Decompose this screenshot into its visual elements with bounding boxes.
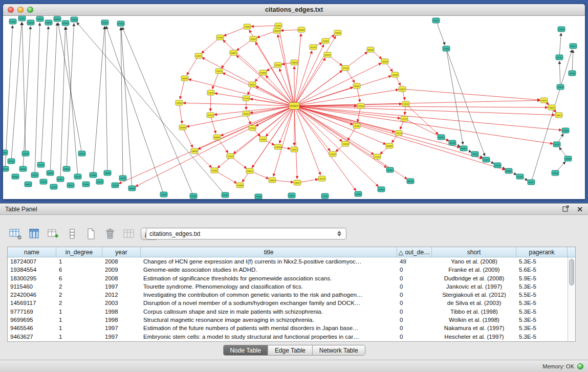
tab-node-table[interactable]: Node Table [223,345,268,355]
citation-edge-black[interactable] [67,24,74,169]
graph-node[interactable]: 17257342 [31,172,38,178]
citation-edge-red[interactable] [294,58,325,106]
citation-edge-red[interactable] [294,106,320,175]
graph-node[interactable]: 9463627 [460,146,467,151]
graph-node[interactable]: 10891045 [273,28,280,33]
graph-node[interactable]: 9463627 [399,86,406,92]
citation-edge-red[interactable] [402,89,540,100]
graph-node[interactable]: 10974893 [274,62,281,68]
graph-node[interactable]: 9699695 [47,170,54,176]
table-row[interactable]: 946554611997Estimation of the future num… [8,324,575,332]
graph-node[interactable]: 11431234 [37,162,45,167]
graph-node[interactable]: 15534641 [288,193,295,198]
graph-node[interactable]: 17999354 [557,84,564,90]
citation-edge-black[interactable] [11,23,21,161]
graph-node[interactable]: 19384554 [119,176,126,181]
graph-node[interactable]: 9115460 [562,128,569,133]
table-row[interactable]: 1830029562008Estimation of significance … [8,274,575,282]
graph-node[interactable]: 8852068 [12,174,19,179]
citation-edge-black[interactable] [5,26,13,169]
network-window[interactable]: citations_edges.txt 18724007946554610974… [3,4,585,199]
citation-edge-red[interactable] [278,35,294,106]
graph-node[interactable]: 17257342 [215,69,223,74]
graph-node[interactable]: 9777169 [342,65,349,71]
graph-node[interactable]: 12116104 [50,184,57,189]
table-row[interactable]: 1456911722003Disruption of a novel membe… [8,299,575,307]
table-row[interactable]: 1938455462009Genome-wide association stu… [8,266,575,274]
graph-node[interactable]: 19384554 [45,20,52,25]
citation-edge-black[interactable] [559,33,561,57]
citation-edge-red[interactable] [294,106,553,144]
graph-node[interactable]: 15056404 [63,166,70,171]
graph-node[interactable]: 9463627 [230,50,237,55]
minimize-window-button[interactable] [17,7,24,13]
graph-node[interactable]: 16107427 [553,142,560,147]
graph-node[interactable]: 12775034 [249,125,256,130]
graph-node[interactable]: 9302341 [324,52,331,57]
graph-node[interactable]: 12524543 [291,147,298,152]
graph-node[interactable]: 10974893 [211,168,218,173]
citation-edge-black[interactable] [122,27,193,196]
show-columns-icon[interactable] [27,227,41,241]
graph-node[interactable]: 15534641 [353,83,360,89]
graph-node[interactable]: 12775034 [443,46,450,51]
graph-node[interactable]: 16107427 [18,16,26,21]
citation-edge-red[interactable] [136,106,294,186]
graph-node[interactable]: 14569117 [570,43,577,49]
graph-node[interactable]: 22420046 [274,144,281,149]
table-mode-icon[interactable]: ⚙ [8,227,23,241]
graph-node[interactable]: 9115460 [9,19,16,24]
citation-edge-red[interactable] [189,79,294,106]
graph-node[interactable]: 18511304 [310,45,317,50]
new-document-icon[interactable] [84,227,98,241]
table-vertical-scrollbar[interactable] [568,257,575,341]
graph-node[interactable]: 15056404 [269,178,276,183]
close-panel-icon[interactable]: ✕ [577,206,583,213]
graph-node[interactable]: 12610651 [353,123,360,128]
graph-node[interactable]: 9302341 [222,192,229,198]
graph-node[interactable]: 9465546 [191,148,198,154]
table-row[interactable]: 969969511998Structural magnetic resonanc… [8,316,575,324]
memory-status-icon[interactable] [577,363,583,369]
graph-node[interactable]: 22420046 [342,141,349,146]
graph-node[interactable]: 9465546 [291,60,298,65]
graph-node[interactable]: 15056404 [558,27,565,32]
graph-node[interactable]: 18300295 [391,72,399,77]
graph-node[interactable]: 12116104 [227,154,234,159]
graph-node[interactable]: 12116104 [516,174,524,179]
graph-node[interactable]: 16830569 [181,76,188,81]
citation-edge-black[interactable] [66,27,78,177]
graph-node[interactable]: 8852068 [407,179,414,184]
citation-edge-red[interactable] [294,52,367,106]
citation-edge-red[interactable] [187,106,294,126]
graph-node[interactable]: 10891045 [438,135,445,140]
citation-edge-red[interactable] [119,106,294,184]
graph-node[interactable]: 14702039 [176,100,183,105]
graph-node[interactable]: 10974893 [160,192,167,197]
graph-node[interactable]: 9465546 [54,16,61,21]
graph-node[interactable]: 18300295 [22,151,29,156]
graph-node[interactable]: 14569117 [294,180,301,185]
graph-node[interactable]: 18300295 [250,36,257,41]
citation-edge-black[interactable] [77,23,225,195]
graph-node[interactable]: 9777169 [117,21,124,26]
citation-edge-red[interactable] [294,100,540,106]
graph-node[interactable]: 16107427 [195,53,202,58]
citation-edge-black[interactable] [50,23,57,173]
graph-node[interactable]: 9302341 [249,82,256,87]
tab-network-table[interactable]: Network Table [312,345,365,355]
graph-node[interactable]: 17999354 [334,30,341,35]
citation-edge-black[interactable] [35,23,40,175]
graph-node[interactable]: 11431234 [207,90,214,95]
column-header-pagerank[interactable]: pagerank [516,247,568,257]
citation-edge-black[interactable] [531,50,572,182]
network-graph[interactable]: 1872400794655461097489391945589302341977… [3,16,585,199]
column-header-title[interactable]: title [141,247,397,257]
graph-node[interactable]: 15534641 [432,18,440,23]
citation-edge-red[interactable] [294,90,398,106]
network-canvas[interactable]: 1872400794655461097489391945589302341977… [3,16,585,199]
graph-node[interactable]: 14702039 [36,16,43,21]
hub-graph-node[interactable]: 18724007 [289,103,299,110]
graph-node[interactable]: 15497893 [78,151,85,156]
graph-node[interactable]: 9194558 [236,183,244,188]
